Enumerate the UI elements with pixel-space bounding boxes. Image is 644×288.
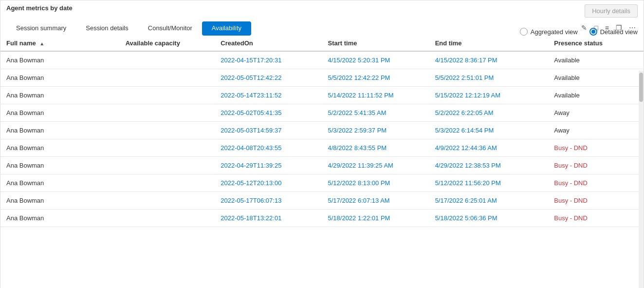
- col-end-time[interactable]: End time: [429, 36, 549, 51]
- cell-start-time: 5/18/2022 1:22:01 PM: [322, 210, 429, 227]
- table-row: Ana Bowman 2022-05-18T13:22:01 5/18/2022…: [0, 210, 644, 227]
- tab-session-details[interactable]: Session details: [76, 21, 138, 36]
- cell-presence-status: Away: [548, 122, 644, 139]
- col-start-time[interactable]: Start time: [322, 36, 429, 51]
- cell-full-name: Ana Bowman: [0, 87, 120, 104]
- cell-full-name: Ana Bowman: [0, 104, 120, 122]
- col-presence-status[interactable]: Presence status: [548, 36, 644, 51]
- cell-available-capacity: [120, 69, 215, 87]
- cell-start-time: 5/3/2022 2:59:37 PM: [322, 122, 429, 139]
- scrollbar-thumb[interactable]: [639, 73, 643, 102]
- cell-available-capacity: [120, 192, 215, 210]
- table-row: Ana Bowman 2022-04-08T20:43:55 4/8/2022 …: [0, 139, 644, 157]
- cell-full-name: Ana Bowman: [0, 122, 120, 139]
- cell-end-time: 5/5/2022 2:51:01 PM: [429, 69, 549, 87]
- cell-end-time: 4/15/2022 8:36:17 PM: [429, 51, 549, 69]
- cell-created-on: 2022-04-15T17:20:31: [215, 51, 322, 69]
- cell-presence-status: Away: [548, 104, 644, 122]
- data-table: Full name ▲ Available capacity CreatedOn…: [0, 36, 644, 227]
- cell-end-time: 4/9/2022 12:44:36 AM: [429, 139, 549, 157]
- cell-start-time: 5/12/2022 8:13:00 PM: [322, 174, 429, 192]
- aggregated-view-label: Aggregated view: [531, 28, 578, 36]
- cell-presence-status: Busy - DND: [548, 157, 644, 174]
- edit-icon[interactable]: ✎: [579, 23, 589, 33]
- cell-start-time: 5/5/2022 12:42:22 PM: [322, 69, 429, 87]
- cell-end-time: 5/2/2022 6:22:05 AM: [429, 104, 549, 122]
- cell-full-name: Ana Bowman: [0, 157, 120, 174]
- expand-icon[interactable]: ❐: [614, 23, 624, 33]
- tab-consult-monitor[interactable]: Consult/Monitor: [138, 21, 202, 36]
- cell-presence-status: Available: [548, 69, 644, 87]
- cell-created-on: 2022-04-08T20:43:55: [215, 139, 322, 157]
- cell-start-time: 5/14/2022 11:11:52 PM: [322, 87, 429, 104]
- cell-full-name: Ana Bowman: [0, 139, 120, 157]
- cell-end-time: 5/18/2022 5:06:36 PM: [429, 210, 549, 227]
- cell-created-on: 2022-05-02T05:41:35: [215, 104, 322, 122]
- cell-end-time: 4/29/2022 12:38:53 PM: [429, 157, 549, 174]
- cell-available-capacity: [120, 157, 215, 174]
- cell-end-time: 5/12/2022 11:56:20 PM: [429, 174, 549, 192]
- table-row: Ana Bowman 2022-05-12T20:13:00 5/12/2022…: [0, 174, 644, 192]
- cell-presence-status: Busy - DND: [548, 139, 644, 157]
- table-row: Ana Bowman 2022-04-29T11:39:25 4/29/2022…: [0, 157, 644, 174]
- tab-session-summary[interactable]: Session summary: [6, 21, 76, 36]
- table-wrapper: Full name ▲ Available capacity CreatedOn…: [0, 36, 644, 288]
- page-title: Agent metrics by date: [6, 4, 73, 12]
- toolbar-icons: ✎ □ ≡ ❐ ⋯: [579, 23, 638, 33]
- cell-full-name: Ana Bowman: [0, 210, 120, 227]
- table-header-row: Full name ▲ Available capacity CreatedOn…: [0, 36, 644, 51]
- copy-icon[interactable]: □: [592, 23, 600, 33]
- col-created-on[interactable]: CreatedOn: [215, 36, 322, 51]
- cell-created-on: 2022-05-12T20:13:00: [215, 174, 322, 192]
- col-full-name[interactable]: Full name ▲: [0, 36, 120, 51]
- tab-availability[interactable]: Availability: [202, 21, 251, 36]
- cell-start-time: 4/29/2022 11:39:25 AM: [322, 157, 429, 174]
- cell-end-time: 5/3/2022 6:14:54 PM: [429, 122, 549, 139]
- tabs-container: Session summary Session details Consult/…: [6, 21, 251, 36]
- cell-available-capacity: [120, 174, 215, 192]
- cell-full-name: Ana Bowman: [0, 174, 120, 192]
- table-row: Ana Bowman 2022-05-03T14:59:37 5/3/2022 …: [0, 122, 644, 139]
- cell-available-capacity: [120, 51, 215, 69]
- hourly-details-button[interactable]: Hourly details: [585, 4, 638, 18]
- cell-created-on: 2022-04-29T11:39:25: [215, 157, 322, 174]
- page-container: Agent metrics by date Session summary Se…: [0, 0, 644, 288]
- more-icon[interactable]: ⋯: [627, 23, 638, 33]
- table-body: Ana Bowman 2022-04-15T17:20:31 4/15/2022…: [0, 51, 644, 227]
- cell-end-time: 5/15/2022 12:12:19 AM: [429, 87, 549, 104]
- cell-available-capacity: [120, 122, 215, 139]
- cell-created-on: 2022-05-14T23:11:52: [215, 87, 322, 104]
- cell-presence-status: Available: [548, 87, 644, 104]
- table-row: Ana Bowman 2022-05-14T23:11:52 5/14/2022…: [0, 87, 644, 104]
- table-row: Ana Bowman 2022-04-15T17:20:31 4/15/2022…: [0, 51, 644, 69]
- cell-created-on: 2022-05-18T13:22:01: [215, 210, 322, 227]
- cell-presence-status: Busy - DND: [548, 174, 644, 192]
- scrollbar[interactable]: [639, 71, 644, 288]
- sort-arrow-icon: ▲: [39, 41, 44, 46]
- cell-created-on: 2022-05-05T12:42:22: [215, 69, 322, 87]
- cell-presence-status: Available: [548, 51, 644, 69]
- cell-available-capacity: [120, 104, 215, 122]
- cell-start-time: 5/2/2022 5:41:35 AM: [322, 104, 429, 122]
- table-row: Ana Bowman 2022-05-05T12:42:22 5/5/2022 …: [0, 69, 644, 87]
- cell-available-capacity: [120, 210, 215, 227]
- cell-start-time: 4/8/2022 8:43:55 PM: [322, 139, 429, 157]
- cell-presence-status: Busy - DND: [548, 210, 644, 227]
- aggregated-view-radio[interactable]: [520, 28, 528, 36]
- col-available-capacity[interactable]: Available capacity: [120, 36, 215, 51]
- aggregated-view-option[interactable]: Aggregated view: [520, 28, 578, 36]
- top-bar: Agent metrics by date Session summary Se…: [0, 0, 644, 36]
- filter-icon[interactable]: ≡: [603, 23, 611, 33]
- table-row: Ana Bowman 2022-05-17T06:07:13 5/17/2022…: [0, 192, 644, 210]
- cell-available-capacity: [120, 139, 215, 157]
- cell-full-name: Ana Bowman: [0, 192, 120, 210]
- cell-full-name: Ana Bowman: [0, 69, 120, 87]
- cell-end-time: 5/17/2022 6:25:01 AM: [429, 192, 549, 210]
- cell-presence-status: Busy - DND: [548, 192, 644, 210]
- cell-start-time: 4/15/2022 5:20:31 PM: [322, 51, 429, 69]
- cell-created-on: 2022-05-17T06:07:13: [215, 192, 322, 210]
- table-row: Ana Bowman 2022-05-02T05:41:35 5/2/2022 …: [0, 104, 644, 122]
- cell-available-capacity: [120, 87, 215, 104]
- cell-start-time: 5/17/2022 6:07:13 AM: [322, 192, 429, 210]
- cell-created-on: 2022-05-03T14:59:37: [215, 122, 322, 139]
